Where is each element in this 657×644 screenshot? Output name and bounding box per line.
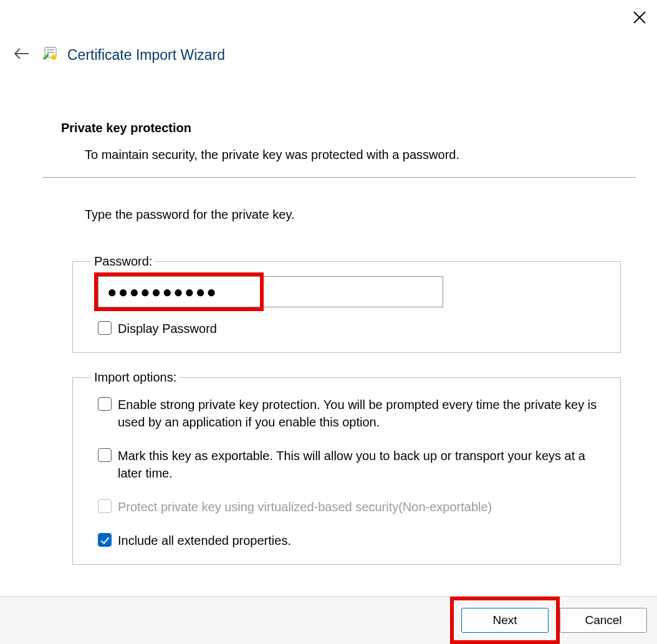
- option-vbs-label: Protect private key using virtualized-ba…: [118, 498, 492, 516]
- password-group: Password: Display Password: [72, 254, 621, 353]
- wizard-title: Certificate Import Wizard: [67, 47, 225, 64]
- page-instruction: Type the password for the private key.: [85, 208, 617, 222]
- svg-rect-4: [47, 49, 54, 50]
- option-extprops-checkbox[interactable]: [98, 533, 112, 547]
- display-password-label: Display Password: [118, 320, 217, 337]
- option-export-checkbox[interactable]: [98, 448, 112, 462]
- divider: [42, 177, 636, 178]
- password-legend: Password:: [92, 254, 155, 269]
- back-button[interactable]: [10, 45, 32, 65]
- close-icon: [632, 10, 647, 25]
- display-password-checkbox[interactable]: [98, 321, 112, 335]
- option-export-label: Mark this key as exportable. This will a…: [118, 447, 602, 482]
- option-vbs-checkbox: [98, 499, 112, 513]
- import-options-legend: Import options:: [92, 370, 179, 385]
- option-extprops-label: Include all extended properties.: [118, 532, 291, 549]
- password-input[interactable]: [98, 276, 443, 307]
- svg-rect-5: [47, 52, 54, 53]
- page-description: To maintain security, the private key wa…: [85, 147, 617, 163]
- close-button[interactable]: [630, 7, 650, 30]
- next-button[interactable]: Next: [461, 608, 549, 633]
- option-strong-checkbox[interactable]: [98, 397, 112, 411]
- back-arrow-icon: [12, 47, 30, 60]
- option-strong-label: Enable strong private key protection. Yo…: [118, 396, 602, 431]
- import-options-group: Import options: Enable strong private ke…: [72, 370, 621, 565]
- page-heading: Private key protection: [61, 121, 617, 135]
- button-bar: Next Cancel: [0, 596, 657, 644]
- cancel-button[interactable]: Cancel: [560, 608, 647, 633]
- certificate-wizard-icon: [41, 46, 59, 64]
- wizard-header: Certificate Import Wizard: [0, 0, 657, 65]
- svg-point-6: [51, 55, 56, 60]
